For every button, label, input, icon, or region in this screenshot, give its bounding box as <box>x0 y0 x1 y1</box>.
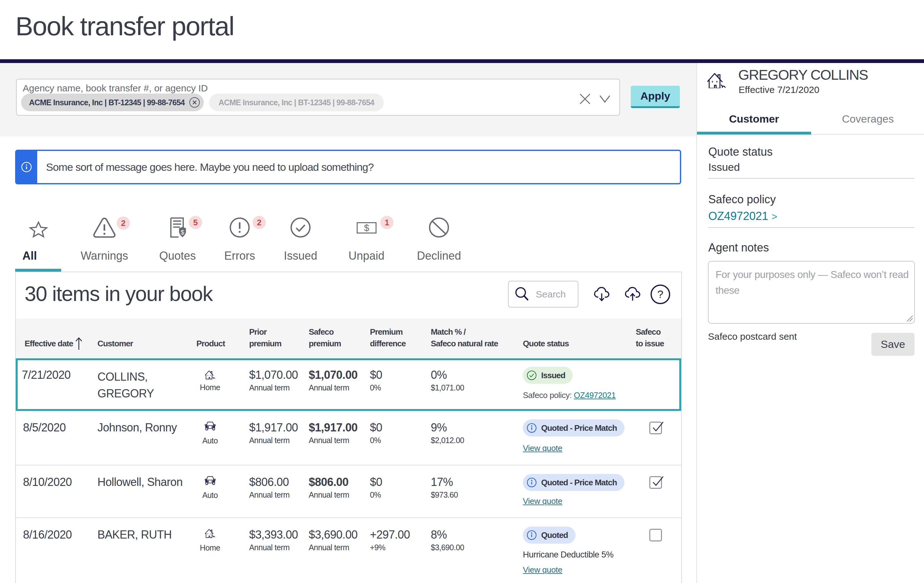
svg-text:$: $ <box>364 223 369 233</box>
svg-text:?: ? <box>658 288 663 300</box>
svg-text:$: $ <box>181 229 185 236</box>
